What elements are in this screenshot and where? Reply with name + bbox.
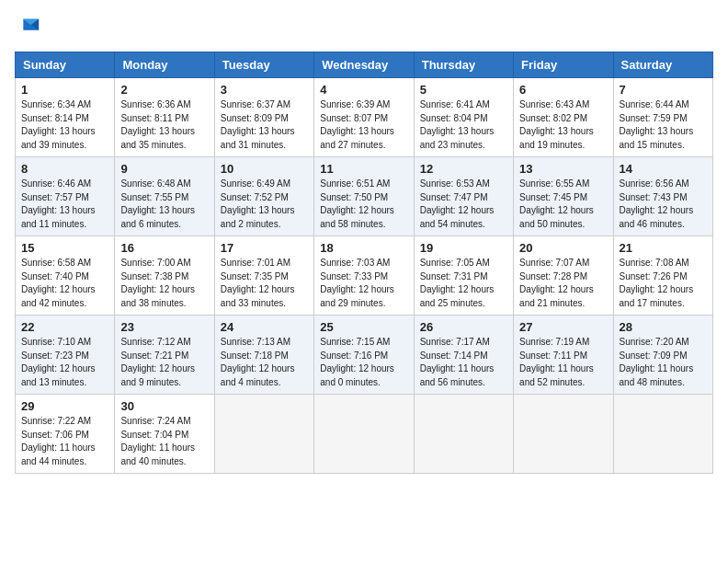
calendar-cell: 7 Sunrise: 6:44 AMSunset: 7:59 PMDayligh… — [613, 78, 712, 157]
calendar-cell — [613, 395, 712, 474]
calendar-cell: 24 Sunrise: 7:13 AMSunset: 7:18 PMDaylig… — [214, 316, 313, 395]
calendar-cell: 29 Sunrise: 7:22 AMSunset: 7:06 PMDaylig… — [16, 395, 115, 474]
calendar-cell: 22 Sunrise: 7:10 AMSunset: 7:23 PMDaylig… — [16, 316, 115, 395]
day-info: Sunrise: 7:19 AMSunset: 7:11 PMDaylight:… — [519, 337, 594, 387]
day-number: 12 — [420, 162, 507, 176]
calendar-cell: 27 Sunrise: 7:19 AMSunset: 7:11 PMDaylig… — [514, 316, 613, 395]
day-info: Sunrise: 6:41 AMSunset: 8:04 PMDaylight:… — [420, 99, 495, 150]
day-info: Sunrise: 7:15 AMSunset: 7:16 PMDaylight:… — [320, 337, 394, 387]
calendar-cell: 23 Sunrise: 7:12 AMSunset: 7:21 PMDaylig… — [115, 316, 214, 395]
day-number: 27 — [519, 320, 607, 334]
day-info: Sunrise: 6:46 AMSunset: 7:57 PMDaylight:… — [21, 178, 96, 229]
day-info: Sunrise: 6:49 AMSunset: 7:52 PMDaylight:… — [221, 178, 295, 229]
day-number: 5 — [420, 83, 507, 97]
logo-icon — [15, 15, 40, 40]
day-info: Sunrise: 6:48 AMSunset: 7:55 PMDaylight:… — [120, 178, 195, 229]
day-info: Sunrise: 6:34 AMSunset: 8:14 PMDaylight:… — [21, 99, 96, 150]
day-number: 10 — [221, 162, 308, 176]
calendar-cell — [414, 395, 513, 474]
calendar-cell — [314, 395, 414, 474]
day-info: Sunrise: 7:24 AMSunset: 7:04 PMDaylight:… — [120, 416, 195, 466]
calendar-cell: 13 Sunrise: 6:55 AMSunset: 7:45 PMDaylig… — [514, 157, 613, 236]
calendar-cell: 16 Sunrise: 7:00 AMSunset: 7:38 PMDaylig… — [115, 236, 214, 316]
calendar-cell — [214, 395, 313, 474]
day-info: Sunrise: 7:20 AMSunset: 7:09 PMDaylight:… — [620, 337, 694, 387]
day-of-week-header: Sunday — [16, 52, 115, 78]
calendar-week-row: 29 Sunrise: 7:22 AMSunset: 7:06 PMDaylig… — [16, 395, 713, 474]
day-info: Sunrise: 7:22 AMSunset: 7:06 PMDaylight:… — [21, 416, 96, 466]
day-number: 17 — [221, 241, 308, 255]
page-header — [15, 15, 713, 40]
day-number: 4 — [320, 83, 407, 97]
day-info: Sunrise: 7:01 AMSunset: 7:35 PMDaylight:… — [221, 258, 295, 308]
day-number: 20 — [519, 241, 607, 255]
day-number: 18 — [320, 241, 407, 255]
day-info: Sunrise: 6:51 AMSunset: 7:50 PMDaylight:… — [320, 178, 394, 229]
day-info: Sunrise: 6:56 AMSunset: 7:43 PMDaylight:… — [620, 178, 694, 229]
day-number: 25 — [320, 320, 407, 334]
calendar-cell: 25 Sunrise: 7:15 AMSunset: 7:16 PMDaylig… — [314, 316, 414, 395]
day-number: 26 — [420, 320, 507, 334]
day-number: 30 — [120, 399, 208, 413]
day-of-week-header: Thursday — [414, 52, 513, 78]
day-info: Sunrise: 7:12 AMSunset: 7:21 PMDaylight:… — [120, 337, 195, 387]
calendar-table: SundayMondayTuesdayWednesdayThursdayFrid… — [15, 52, 713, 474]
day-number: 23 — [120, 320, 208, 334]
day-number: 3 — [221, 83, 308, 97]
calendar-cell: 5 Sunrise: 6:41 AMSunset: 8:04 PMDayligh… — [414, 78, 513, 157]
day-number: 13 — [519, 162, 607, 176]
calendar-cell: 4 Sunrise: 6:39 AMSunset: 8:07 PMDayligh… — [314, 78, 414, 157]
day-of-week-header: Tuesday — [214, 52, 313, 78]
day-number: 19 — [420, 241, 507, 255]
day-info: Sunrise: 6:44 AMSunset: 7:59 PMDaylight:… — [620, 99, 694, 150]
day-info: Sunrise: 6:39 AMSunset: 8:07 PMDaylight:… — [320, 99, 394, 150]
calendar-cell: 1 Sunrise: 6:34 AMSunset: 8:14 PMDayligh… — [16, 78, 115, 157]
day-number: 22 — [21, 320, 108, 334]
day-number: 8 — [21, 162, 108, 176]
calendar-week-row: 1 Sunrise: 6:34 AMSunset: 8:14 PMDayligh… — [16, 78, 713, 157]
day-info: Sunrise: 7:03 AMSunset: 7:33 PMDaylight:… — [320, 258, 394, 308]
day-info: Sunrise: 6:36 AMSunset: 8:11 PMDaylight:… — [120, 99, 195, 150]
calendar-cell: 28 Sunrise: 7:20 AMSunset: 7:09 PMDaylig… — [613, 316, 712, 395]
calendar-cell: 21 Sunrise: 7:08 AMSunset: 7:26 PMDaylig… — [613, 236, 712, 316]
day-number: 15 — [21, 241, 108, 255]
calendar-cell: 6 Sunrise: 6:43 AMSunset: 8:02 PMDayligh… — [514, 78, 613, 157]
calendar-cell: 30 Sunrise: 7:24 AMSunset: 7:04 PMDaylig… — [115, 395, 214, 474]
day-number: 11 — [320, 162, 407, 176]
calendar-cell: 2 Sunrise: 6:36 AMSunset: 8:11 PMDayligh… — [115, 78, 214, 157]
calendar-cell: 8 Sunrise: 6:46 AMSunset: 7:57 PMDayligh… — [16, 157, 115, 236]
calendar-week-row: 8 Sunrise: 6:46 AMSunset: 7:57 PMDayligh… — [16, 157, 713, 236]
day-info: Sunrise: 7:00 AMSunset: 7:38 PMDaylight:… — [120, 258, 195, 308]
day-info: Sunrise: 6:55 AMSunset: 7:45 PMDaylight:… — [519, 178, 594, 229]
day-info: Sunrise: 7:08 AMSunset: 7:26 PMDaylight:… — [620, 258, 694, 308]
calendar-cell: 19 Sunrise: 7:05 AMSunset: 7:31 PMDaylig… — [414, 236, 513, 316]
calendar-week-row: 22 Sunrise: 7:10 AMSunset: 7:23 PMDaylig… — [16, 316, 713, 395]
day-info: Sunrise: 6:53 AMSunset: 7:47 PMDaylight:… — [420, 178, 495, 229]
day-number: 24 — [221, 320, 308, 334]
calendar-header-row: SundayMondayTuesdayWednesdayThursdayFrid… — [16, 52, 713, 78]
calendar-cell: 26 Sunrise: 7:17 AMSunset: 7:14 PMDaylig… — [414, 316, 513, 395]
day-info: Sunrise: 7:13 AMSunset: 7:18 PMDaylight:… — [221, 337, 295, 387]
day-number: 28 — [620, 320, 707, 334]
logo — [15, 15, 44, 40]
day-info: Sunrise: 7:17 AMSunset: 7:14 PMDaylight:… — [420, 337, 495, 387]
calendar-cell: 15 Sunrise: 6:58 AMSunset: 7:40 PMDaylig… — [16, 236, 115, 316]
calendar-cell: 18 Sunrise: 7:03 AMSunset: 7:33 PMDaylig… — [314, 236, 414, 316]
day-number: 7 — [620, 83, 707, 97]
calendar-week-row: 15 Sunrise: 6:58 AMSunset: 7:40 PMDaylig… — [16, 236, 713, 316]
day-of-week-header: Wednesday — [314, 52, 414, 78]
day-info: Sunrise: 6:43 AMSunset: 8:02 PMDaylight:… — [519, 99, 594, 150]
day-number: 1 — [21, 83, 108, 97]
day-number: 21 — [620, 241, 707, 255]
day-number: 14 — [620, 162, 707, 176]
day-number: 9 — [120, 162, 208, 176]
day-info: Sunrise: 6:58 AMSunset: 7:40 PMDaylight:… — [21, 258, 96, 308]
day-of-week-header: Monday — [115, 52, 214, 78]
calendar-cell: 17 Sunrise: 7:01 AMSunset: 7:35 PMDaylig… — [214, 236, 313, 316]
calendar-cell: 12 Sunrise: 6:53 AMSunset: 7:47 PMDaylig… — [414, 157, 513, 236]
day-info: Sunrise: 7:05 AMSunset: 7:31 PMDaylight:… — [420, 258, 495, 308]
calendar-cell: 20 Sunrise: 7:07 AMSunset: 7:28 PMDaylig… — [514, 236, 613, 316]
calendar-cell: 9 Sunrise: 6:48 AMSunset: 7:55 PMDayligh… — [115, 157, 214, 236]
calendar-cell: 14 Sunrise: 6:56 AMSunset: 7:43 PMDaylig… — [613, 157, 712, 236]
day-number: 16 — [120, 241, 208, 255]
